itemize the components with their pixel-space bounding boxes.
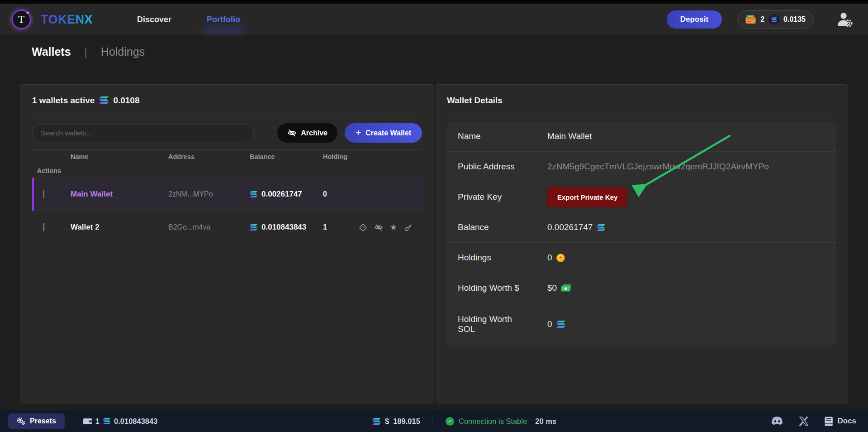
diamond-icon[interactable] <box>359 223 367 232</box>
discord-icon[interactable] <box>771 417 783 426</box>
status-bar: Presets 1 0.010843843 $ 189.015 ✓ Connec… <box>0 410 868 432</box>
page-tabs: Wallets | Holdings <box>32 45 145 58</box>
wallets-summary-row: 1 wallets active 0.0108 <box>32 85 422 116</box>
search-input[interactable] <box>32 124 254 142</box>
details-card: Name Main Wallet Public Address 2zNM5g9C… <box>447 121 836 345</box>
private-key-label: Private Key <box>458 192 526 202</box>
deposit-button[interactable]: Deposit <box>667 10 722 29</box>
latency-value: 20 ms <box>535 417 556 426</box>
wallet-balance: 0.010843843 <box>261 223 306 232</box>
presets-button[interactable]: Presets <box>8 413 65 429</box>
active-wallets-text: 1 wallets active <box>32 96 95 106</box>
archive-button[interactable]: Archive <box>277 123 337 143</box>
wallets-table: Name Address Balance Holding Actions Mai… <box>32 150 422 244</box>
divider <box>74 415 74 427</box>
gears-icon <box>17 417 26 425</box>
export-private-key-button[interactable]: Export Private Key <box>547 187 627 207</box>
wallet-name: Main Wallet <box>71 190 168 199</box>
wallet-emoji-icon <box>745 15 756 24</box>
solana-icon <box>250 224 257 230</box>
name-label: Name <box>458 131 526 141</box>
wallet-checkbox[interactable] <box>43 223 44 231</box>
detail-row-holdings: Holdings 0 ★ <box>447 243 836 273</box>
solana-icon <box>597 224 605 231</box>
tab-separator: | <box>85 46 87 58</box>
logo-letter: T <box>18 14 24 25</box>
sol-price-value: 189.015 <box>393 417 420 426</box>
check-circle-icon: ✓ <box>446 417 454 426</box>
row-actions: ★ <box>359 223 422 232</box>
docs-label: Docs <box>837 417 856 426</box>
wallet-name: Wallet 2 <box>71 223 168 232</box>
detail-row-public-address: Public Address 2zNM5g9CgecTmVLGJejzswrMn… <box>447 152 836 182</box>
eye-off-icon[interactable] <box>374 223 383 232</box>
wallets-panel: 1 wallets active 0.0108 Archive + Create… <box>20 84 434 403</box>
col-balance: Balance <box>250 153 323 160</box>
col-name: Name <box>71 153 168 160</box>
detail-row-worth-sol: Holding Worth SOL 0 <box>447 303 836 345</box>
currency-symbol: $ <box>385 417 389 426</box>
worth-sol-label: Holding Worth SOL <box>458 314 526 334</box>
wallet-balance: 0.00261747 <box>261 190 302 199</box>
wallet-address: 2zNM...MYPo <box>168 190 250 198</box>
star-icon[interactable]: ★ <box>390 223 397 231</box>
solana-icon <box>250 191 257 197</box>
logo-spark-icon <box>27 12 28 14</box>
col-address: Address <box>168 153 250 160</box>
connection-status: ✓ Connection is Stable 20 ms <box>446 417 556 426</box>
app-logo[interactable]: T <box>12 10 31 29</box>
user-settings-icon[interactable] <box>836 12 854 27</box>
table-header-row: Name Address Balance Holding Actions <box>32 150 422 178</box>
wallet-details-panel: Wallet Details Name Main Wallet Public A… <box>436 84 848 403</box>
solana-icon <box>103 418 111 424</box>
holdings-label: Holdings <box>458 253 526 263</box>
x-twitter-icon[interactable] <box>799 417 808 426</box>
divider <box>432 415 432 427</box>
details-title: Wallet Details <box>447 96 503 106</box>
create-wallet-button[interactable]: + Create Wallet <box>345 123 422 143</box>
balance-badge[interactable]: 2 0.0135 <box>737 10 814 29</box>
solana-icon <box>372 418 381 425</box>
name-value: Main Wallet <box>547 131 825 141</box>
wallet-icon <box>83 418 92 425</box>
create-wallet-label: Create Wallet <box>365 129 411 137</box>
plus-icon: + <box>356 127 361 138</box>
presets-label: Presets <box>30 417 56 425</box>
wallet-holding: 1 <box>323 223 327 231</box>
detail-row-private-key: Private Key Export Private Key <box>447 182 836 212</box>
tab-wallets[interactable]: Wallets <box>32 45 71 58</box>
holdings-value: 0 <box>547 253 552 263</box>
docs-link[interactable]: Docs <box>825 417 856 426</box>
money-bill-icon <box>561 284 572 292</box>
table-row[interactable]: Main Wallet 2zNM...MYPo 0.00261747 0 <box>32 178 422 211</box>
nav-portfolio[interactable]: Portfolio <box>207 15 240 24</box>
solana-icon <box>99 96 109 104</box>
public-address-value: 2zNM5g9CgecTmVLGJejzswrMnw2qemRJJfQ2Airv… <box>547 162 825 172</box>
col-holding: Holding <box>323 153 347 160</box>
active-wallets-sol: 0.0108 <box>113 96 139 106</box>
solana-circle-icon <box>768 14 779 25</box>
detail-row-balance: Balance 0.00261747 <box>447 212 836 243</box>
key-icon[interactable] <box>404 223 413 232</box>
coin-icon: ★ <box>556 254 565 262</box>
worth-usd-value: $0 <box>547 283 557 293</box>
detail-row-worth-usd: Holding Worth $ $0 <box>447 273 836 303</box>
statusbar-sol-amount: 0.010843843 <box>114 417 157 426</box>
worth-usd-label: Holding Worth $ <box>458 283 526 293</box>
active-wallet-summary: 1 0.010843843 <box>83 417 158 426</box>
brand-title: TOKENX <box>41 13 93 27</box>
detail-row-name: Name Main Wallet <box>447 121 836 152</box>
wallet-holding: 0 <box>323 190 422 198</box>
archive-label: Archive <box>301 129 327 137</box>
col-actions: Actions <box>37 167 71 174</box>
eye-off-icon <box>287 128 297 138</box>
top-navbar: T TOKENX Discover Portfolio Deposit 2 0.… <box>0 0 868 35</box>
tab-holdings[interactable]: Holdings <box>101 45 145 58</box>
connection-text: Connection is Stable <box>459 417 527 426</box>
nav-discover[interactable]: Discover <box>137 15 171 24</box>
table-row[interactable]: Wallet 2 B2Go...m4va 0.010843843 1 <box>32 211 422 244</box>
book-icon <box>825 417 833 426</box>
balance-value: 0.00261747 <box>547 222 593 232</box>
sol-price: $ 189.015 <box>372 417 420 426</box>
wallet-checkbox[interactable] <box>43 190 44 198</box>
